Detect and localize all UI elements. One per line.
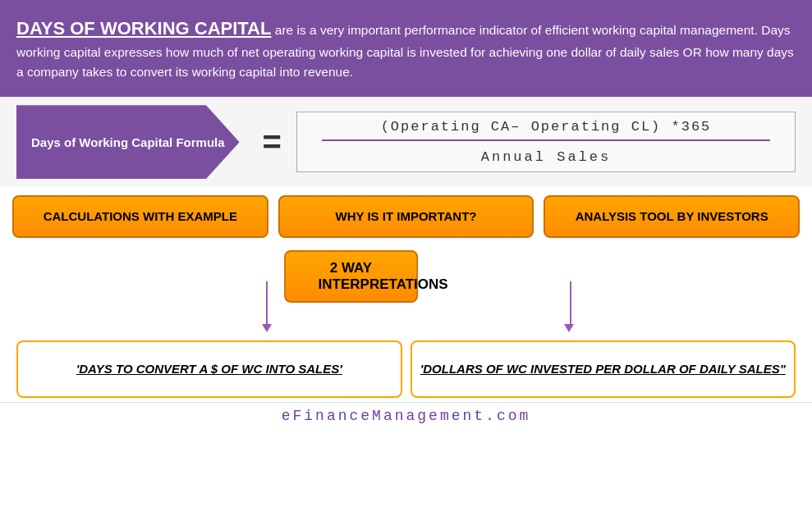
interp-box-days: 'DAYS TO CONVERT A $ OF WC INTO SALES' xyxy=(16,340,402,398)
formula-label-text: Days of Working Capital Formula xyxy=(31,135,225,149)
buttons-row: CALCULATIONS WITH EXAMPLE WHY IS IT IMPO… xyxy=(0,187,812,246)
header-section: DAYS OF WORKING CAPITAL are is a very im… xyxy=(0,0,812,97)
interp-boxes-row: 'DAYS TO CONVERT A $ OF WC INTO SALES' '… xyxy=(12,340,800,398)
equals-sign: = xyxy=(263,124,282,161)
button-analysis-tool[interactable]: ANALYSIS TOOL BY INVESTORS xyxy=(544,195,800,238)
svg-marker-3 xyxy=(564,324,574,332)
interp-box-dollars: 'DOLLARS OF WC INVESTED PER DOLLAR OF DA… xyxy=(411,340,796,398)
main-container: DAYS OF WORKING CAPITAL are is a very im… xyxy=(0,0,812,516)
formula-denominator: Annual Sales xyxy=(322,146,770,165)
interpretations-banner[interactable]: 2 WAY INTERPRETATIONS xyxy=(284,250,419,303)
formula-box: (Operating CA– Operating CL) *365 Annual… xyxy=(296,112,796,172)
header-bold-title: DAYS OF WORKING CAPITAL xyxy=(16,18,271,39)
interpretations-section: 2 WAY INTERPRETATIONS 'DAYS TO CONVERT A… xyxy=(0,246,812,402)
button-calculations[interactable]: CALCULATIONS WITH EXAMPLE xyxy=(12,195,268,238)
button-why-important[interactable]: WHY IS IT IMPORTANT? xyxy=(278,195,534,238)
footer: eFinanceManagement.com xyxy=(0,402,812,429)
formula-arrow-label: Days of Working Capital Formula xyxy=(16,105,240,179)
formula-numerator: (Operating CA– Operating CL) *365 xyxy=(322,119,770,141)
formula-section: Days of Working Capital Formula = (Opera… xyxy=(0,97,812,187)
svg-marker-1 xyxy=(262,324,272,332)
